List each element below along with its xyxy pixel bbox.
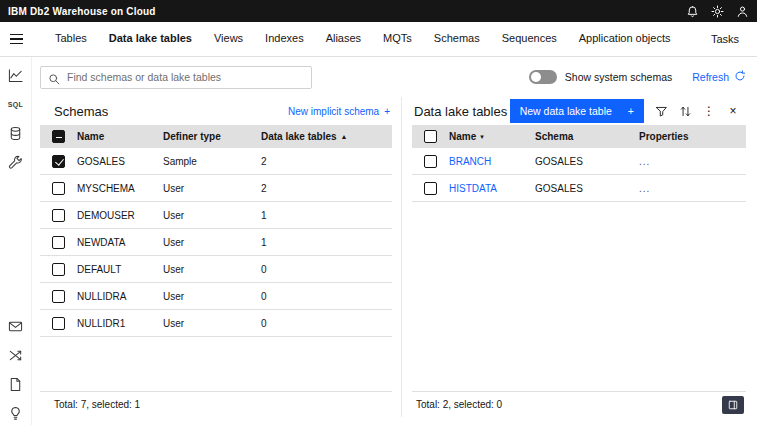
run-sql-icon[interactable]: SQL: [8, 96, 24, 112]
schemas-total-text: Total: 7, selected: 1: [54, 399, 140, 410]
table-name-link[interactable]: BRANCH: [449, 156, 535, 167]
tab-tables[interactable]: Tables: [44, 22, 98, 56]
row-checkbox[interactable]: [52, 317, 65, 330]
properties-overflow[interactable]: ...: [639, 156, 746, 167]
new-implicit-schema-link[interactable]: New implicit schema +: [288, 106, 390, 117]
table-count: 1: [261, 210, 392, 221]
schema-name: MYSCHEMA: [77, 183, 163, 194]
schemas-table-header: Name Definer type Data lake tables▲: [40, 125, 392, 148]
tab-data-lake-tables[interactable]: Data lake tables: [98, 22, 203, 56]
toolbar: Show system schemas Refresh: [40, 64, 746, 90]
table-row[interactable]: GOSALES Sample 2: [40, 148, 392, 175]
schema-name: NULLIDR1: [77, 318, 163, 329]
table-name-link[interactable]: HISTDATA: [449, 183, 535, 194]
schemas-footer: Total: 7, selected: 1: [40, 391, 392, 417]
tools-wrench-icon[interactable]: [8, 154, 24, 170]
filter-icon[interactable]: [650, 100, 672, 122]
table-row[interactable]: DEFAULT User 0: [40, 256, 392, 283]
table-row[interactable]: HISTDATA GOSALES ...: [412, 175, 746, 202]
tab-application-objects[interactable]: Application objects: [568, 22, 682, 56]
tab-views[interactable]: Views: [203, 22, 254, 56]
close-panel-icon[interactable]: ×: [722, 100, 744, 122]
row-checkbox[interactable]: [52, 290, 65, 303]
select-all-checkbox[interactable]: [52, 130, 65, 143]
schemas-panel: Schemas New implicit schema + Name Defin…: [40, 97, 392, 417]
top-bar: IBM Db2 Warehouse on Cloud: [0, 0, 757, 22]
refresh-button[interactable]: Refresh: [692, 70, 746, 84]
row-checkbox[interactable]: [52, 263, 65, 276]
left-icon-rail: SQL: [0, 57, 32, 425]
schema-name: GOSALES: [77, 156, 163, 167]
table-row[interactable]: MYSCHEMA User 2: [40, 175, 392, 202]
column-header-properties[interactable]: Properties: [639, 131, 746, 142]
table-row[interactable]: BRANCH GOSALES ...: [412, 148, 746, 175]
theme-icon[interactable]: [711, 5, 724, 18]
definer-type: Sample: [163, 156, 261, 167]
schemas-table-body: GOSALES Sample 2 MYSCHEMA User 2 D: [40, 148, 392, 391]
refresh-label: Refresh: [692, 71, 729, 83]
tab-schemas[interactable]: Schemas: [423, 22, 491, 56]
tab-sequences[interactable]: Sequences: [491, 22, 568, 56]
table-count: 0: [261, 318, 392, 329]
column-header-schema[interactable]: Schema: [535, 131, 639, 142]
data-lake-panel-title: Data lake tables: [414, 104, 507, 119]
table-count: 2: [261, 183, 392, 194]
nav-row: Tables Data lake tables Views Indexes Al…: [0, 22, 757, 57]
data-lake-footer: Total: 2, selected: 0: [412, 391, 746, 417]
tab-mqts[interactable]: MQTs: [372, 22, 423, 56]
refresh-icon: [734, 70, 746, 84]
sort-descending-icon: ▾: [480, 133, 484, 140]
row-checkbox[interactable]: [52, 209, 65, 222]
row-checkbox[interactable]: [52, 236, 65, 249]
row-checkbox[interactable]: [52, 155, 65, 168]
definer-type: User: [163, 183, 261, 194]
new-data-lake-table-button[interactable]: New data lake table +: [510, 99, 644, 123]
sort-icon[interactable]: [674, 100, 696, 122]
table-row[interactable]: NEWDATA User 1: [40, 229, 392, 256]
document-icon[interactable]: [8, 376, 24, 392]
row-checkbox[interactable]: [424, 155, 437, 168]
column-header-data-lake-tables[interactable]: Data lake tables▲: [261, 131, 392, 142]
menu-icon[interactable]: [0, 34, 32, 44]
data-lake-total-text: Total: 2, selected: 0: [416, 399, 502, 410]
definer-type: User: [163, 291, 261, 302]
plus-icon: +: [628, 105, 634, 117]
row-checkbox[interactable]: [424, 182, 437, 195]
user-icon[interactable]: [736, 5, 749, 18]
schema-name: NEWDATA: [77, 237, 163, 248]
idea-bulb-icon[interactable]: [8, 405, 24, 421]
column-header-name[interactable]: Name: [77, 131, 163, 142]
data-lake-table-body: BRANCH GOSALES ... HISTDATA GOSALES ...: [412, 148, 746, 391]
side-panel-toggle-button[interactable]: [722, 396, 744, 414]
row-checkbox[interactable]: [52, 182, 65, 195]
notifications-icon[interactable]: [686, 5, 699, 18]
column-header-definer-type[interactable]: Definer type: [163, 131, 261, 142]
table-count: 0: [261, 291, 392, 302]
table-row[interactable]: NULLIDR1 User 0: [40, 310, 392, 337]
table-schema: GOSALES: [535, 156, 639, 167]
overflow-menu-icon[interactable]: ⋮: [698, 100, 720, 122]
table-count: 0: [261, 264, 392, 275]
tasks-link[interactable]: Tasks: [693, 33, 757, 45]
mail-icon[interactable]: [8, 318, 24, 334]
monitoring-chart-icon[interactable]: [8, 67, 24, 83]
show-system-schemas-toggle[interactable]: [529, 70, 557, 84]
table-row[interactable]: DEMOUSER User 1: [40, 202, 392, 229]
table-row[interactable]: NULLIDRA User 0: [40, 283, 392, 310]
search-input[interactable]: [40, 66, 312, 89]
table-count: 2: [261, 156, 392, 167]
app-title: IBM Db2 Warehouse on Cloud: [8, 6, 156, 17]
object-type-tabs: Tables Data lake tables Views Indexes Al…: [44, 22, 681, 56]
new-implicit-schema-label: New implicit schema: [288, 106, 379, 117]
schema-name: DEMOUSER: [77, 210, 163, 221]
new-data-lake-table-label: New data lake table: [520, 105, 612, 117]
shuffle-arrows-icon[interactable]: [8, 347, 24, 363]
definer-type: User: [163, 318, 261, 329]
data-icon[interactable]: [8, 125, 24, 141]
select-all-checkbox[interactable]: [424, 130, 437, 143]
tab-indexes[interactable]: Indexes: [254, 22, 315, 56]
column-header-name[interactable]: Name▾: [449, 131, 535, 142]
table-schema: GOSALES: [535, 183, 639, 194]
properties-overflow[interactable]: ...: [639, 183, 746, 194]
tab-aliases[interactable]: Aliases: [315, 22, 372, 56]
